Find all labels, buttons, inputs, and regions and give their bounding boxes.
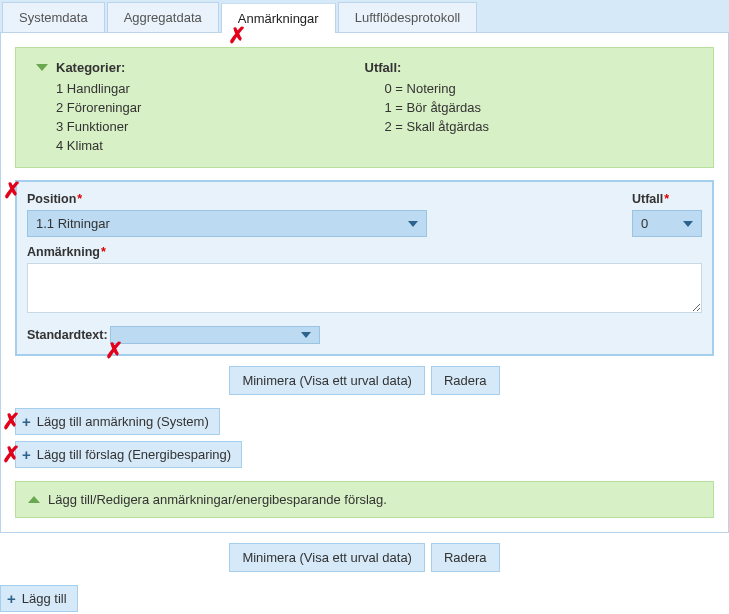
triangle-down-icon (36, 64, 48, 71)
info-text: Lägg till/Redigera anmärkningar/energibe… (48, 492, 387, 507)
button-row-2: Minimera (Visa ett urval data) Radera (0, 543, 729, 572)
chevron-down-icon (301, 332, 311, 338)
button-label: Lägg till förslag (Energibesparing) (37, 447, 231, 462)
list-item: 4 Klimat (36, 136, 365, 155)
legend-kategorier-heading: Kategorier: (36, 60, 365, 75)
tab-systemdata[interactable]: Systemdata (2, 2, 105, 32)
annotation-mark: ✗ (2, 411, 20, 433)
add-forslag-energi-button[interactable]: + Lägg till förslag (Energibesparing) ✗ (15, 441, 242, 468)
add-anmarkning-system-button[interactable]: + Lägg till anmärkning (System) ✗ (15, 408, 220, 435)
button-label: Lägg till anmärkning (System) (37, 414, 209, 429)
anmarkning-label: Anmärkning* (27, 245, 702, 259)
legend-utfall-list: 0 = Notering 1 = Bör åtgärdas 2 = Skall … (365, 79, 694, 136)
annotation-mark: ✗ (2, 444, 20, 466)
list-item: 1 = Bör åtgärdas (365, 98, 694, 117)
button-row-1: Minimera (Visa ett urval data) Radera (15, 366, 714, 395)
footer: + Lägg till (0, 582, 729, 614)
tab-aggregatdata[interactable]: Aggregatdata (107, 2, 219, 32)
info-bar: Lägg till/Redigera anmärkningar/energibe… (15, 481, 714, 518)
anmarkning-textarea[interactable] (27, 263, 702, 313)
form-box: ✗ Position* 1.1 Ritningar Utfall* 0 (15, 180, 714, 356)
tab-luftflodesprotokoll[interactable]: Luftflödesprotokoll (338, 2, 478, 32)
legend-box: Kategorier: 1 Handlingar 2 Föroreningar … (15, 47, 714, 168)
plus-icon: + (7, 591, 16, 606)
list-item: 0 = Notering (365, 79, 694, 98)
tabstrip: Systemdata Aggregatdata Anmärkningar ✗ L… (0, 0, 729, 33)
plus-icon: + (22, 447, 31, 462)
minimera-button[interactable]: Minimera (Visa ett urval data) (229, 366, 425, 395)
lagg-till-button[interactable]: + Lägg till (0, 585, 78, 612)
list-item: 3 Funktioner (36, 117, 365, 136)
legend-utfall-label: Utfall: (365, 60, 402, 75)
list-item: 2 = Skall åtgärdas (365, 117, 694, 136)
triangle-up-icon (28, 496, 40, 503)
legend-kategorier-list: 1 Handlingar 2 Föroreningar 3 Funktioner… (36, 79, 365, 155)
legend-utfall-heading: Utfall: (365, 60, 694, 75)
list-item: 2 Föroreningar (36, 98, 365, 117)
utfall-select[interactable]: 0 (632, 210, 702, 237)
list-item: 1 Handlingar (36, 79, 365, 98)
position-select[interactable]: 1.1 Ritningar (27, 210, 427, 237)
radera-button[interactable]: Radera (431, 366, 500, 395)
radera-button[interactable]: Radera (431, 543, 500, 572)
position-value: 1.1 Ritningar (36, 216, 110, 231)
standardtext-select[interactable] (110, 326, 320, 344)
chevron-down-icon (683, 221, 693, 227)
page-panel: Kategorier: 1 Handlingar 2 Föroreningar … (0, 33, 729, 533)
tab-anmarkningar[interactable]: Anmärkningar ✗ (221, 3, 336, 33)
position-label: Position* (27, 192, 620, 206)
legend-kategorier-label: Kategorier: (56, 60, 125, 75)
standardtext-label: Standardtext: (27, 328, 108, 342)
minimera-button[interactable]: Minimera (Visa ett urval data) (229, 543, 425, 572)
utfall-label: Utfall* (632, 192, 702, 206)
utfall-value: 0 (641, 216, 648, 231)
button-label: Lägg till (22, 591, 67, 606)
plus-icon: + (22, 414, 31, 429)
tab-label: Anmärkningar (238, 11, 319, 26)
chevron-down-icon (408, 221, 418, 227)
annotation-mark: ✗ (3, 180, 21, 202)
